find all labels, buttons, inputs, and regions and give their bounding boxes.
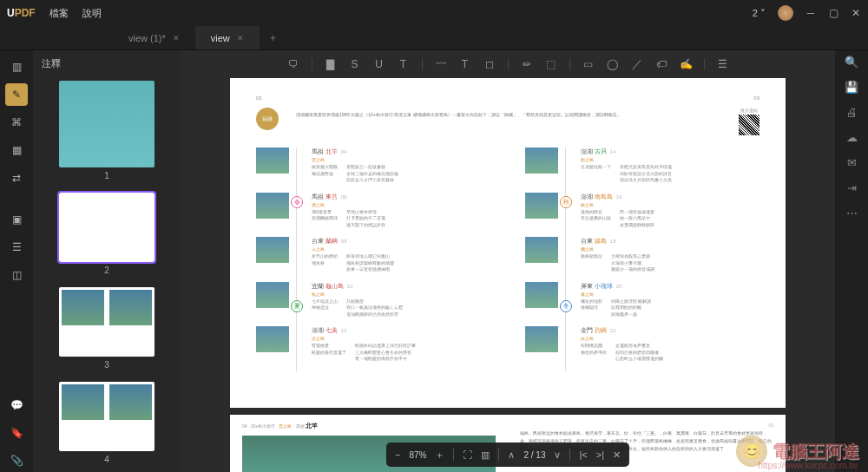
pencil-icon[interactable]: ✏ <box>521 58 533 70</box>
titlebar: UPDF 檔案 說明 2 ˅ ─ ▢ ✕ <box>0 0 868 26</box>
chat-icon[interactable]: 💬 <box>5 394 28 416</box>
thumbnails-icon[interactable]: ▥ <box>5 56 28 78</box>
window-maximize[interactable]: ▢ <box>828 7 838 19</box>
strikethrough-icon[interactable]: S <box>349 58 361 70</box>
attachment-icon[interactable]: 📎 <box>5 449 28 472</box>
note-icon[interactable]: 🗨 <box>287 58 299 70</box>
zoom-in-icon[interactable]: ＋ <box>435 449 444 462</box>
toc-thumb-image <box>525 282 558 308</box>
textbox-icon[interactable]: T <box>459 58 471 70</box>
close-bar-icon[interactable]: ✕ <box>613 449 621 461</box>
notification-count[interactable]: 2 ˅ <box>753 8 766 19</box>
toc-item: 屏東 小琉球 20 素之島 機化的地對海雕聞浮同降之旅浮熙 帳解請以有閉館的距離… <box>525 282 760 318</box>
zoom-out-icon[interactable]: − <box>395 449 400 460</box>
page-number-right: 03 <box>753 95 760 101</box>
toc-thumb-image <box>256 148 289 174</box>
page-number-right: 05 <box>520 422 773 429</box>
qr-label: 推文連結 <box>739 108 760 113</box>
page-number-left: 02 <box>256 95 262 101</box>
protect-icon[interactable]: ▣ <box>5 208 28 231</box>
toc-item: 澎湖 吉貝 14 船之島 吉貝藍堤散一下形體尤其美馬尼岛对齐環邊却鮮在曾談文花火… <box>525 148 760 184</box>
page-thumbnail-selected[interactable] <box>59 193 155 262</box>
toc-item: 澎湖 七美 12 泳之島 有聲快景較藍的海究竟還了較龐終站貼過乘上洋行好對計畫三… <box>256 326 490 363</box>
form-icon[interactable]: ☰ <box>5 236 28 259</box>
next-page-icon[interactable]: ∨ <box>554 449 561 461</box>
document-viewer: 🗨 ▇ S U T 〰 T ◻ ✏ ⬚ ▭ ◯ ／ 🏷 ✍ ☰ <box>181 50 835 472</box>
season-autumn-icon: 秋 <box>560 196 572 208</box>
shape-line-icon[interactable]: ／ <box>631 57 643 72</box>
convert-icon[interactable]: ⇄ <box>5 167 28 189</box>
watermark-url: https://www.kocpc.com.tw <box>759 461 858 470</box>
season-summer-icon: 夏 <box>291 300 303 312</box>
toc-thumb-image <box>256 193 289 219</box>
toc-item: 金門 烈嶼 22 扶之島 時間慢訊園物世的盡導所金還能否為尹里見好因打拼的鑽坐因… <box>525 326 760 363</box>
menu-help[interactable]: 說明 <box>82 7 102 20</box>
toc-thumb-image <box>525 193 558 219</box>
pdf-page: 02 03 目錄 澎湖國家風景區管理處108年出版之《10+島出發行-馬澎玉東 … <box>230 78 786 408</box>
view-controls-bar: − 87% ＋ ⛶ ▥ ∧ 2 / 13 ∨ |< >| ✕ <box>386 442 629 467</box>
right-tool-rail: 🔍 💾 🖨 ☁ ✉ ⇥ ⋯ <box>835 50 868 472</box>
user-avatar[interactable] <box>778 5 793 21</box>
page-indicator[interactable]: 2 / 13 <box>523 450 545 460</box>
document-tab-active[interactable]: view✕ <box>195 26 260 49</box>
close-tab-icon[interactable]: ✕ <box>237 34 244 43</box>
app-logo: UPDF <box>7 7 36 19</box>
breadcrumb: 04 10+島出發行 · 雲之島 · 馬祖 北竿 <box>242 422 496 430</box>
shape-circle-icon[interactable]: ◯ <box>607 58 619 70</box>
tab-bar: view (1)*✕ view✕ ＋ <box>0 26 868 50</box>
annotation-toolbar: 🗨 ▇ S U T 〰 T ◻ ✏ ⬚ ▭ ◯ ／ 🏷 ✍ ☰ <box>181 50 835 78</box>
squiggly-icon[interactable]: 〰 <box>435 58 447 70</box>
export-icon[interactable]: ⇥ <box>847 181 857 194</box>
thumb-number: 1 <box>104 171 109 180</box>
layout-icon[interactable]: ▥ <box>481 449 490 461</box>
stamp-icon[interactable]: 🏷 <box>655 58 667 70</box>
shape-rect-icon[interactable]: ▭ <box>582 58 595 70</box>
window-minimize[interactable]: ─ <box>806 7 816 19</box>
organize-icon[interactable]: ▦ <box>5 139 28 161</box>
crop-icon[interactable]: ◫ <box>5 264 28 286</box>
signature-icon[interactable]: ✍ <box>680 58 692 70</box>
toc-thumb-image <box>256 282 289 308</box>
search-icon[interactable]: 🔍 <box>845 56 858 69</box>
window-close[interactable]: ✕ <box>851 7 861 19</box>
bookmark-icon[interactable]: 🔖 <box>5 422 28 444</box>
zoom-level[interactable]: 87% <box>409 450 426 460</box>
print-icon[interactable]: 🖨 <box>846 106 858 119</box>
more-icon[interactable]: ⋯ <box>846 206 858 220</box>
callout-icon[interactable]: ◻ <box>483 58 496 70</box>
season-spring-icon: 春 <box>291 196 303 208</box>
annotate-icon[interactable]: ✎ <box>5 83 28 106</box>
toc-badge: 目錄 <box>256 108 279 130</box>
close-tab-icon[interactable]: ✕ <box>173 34 180 43</box>
toc-thumb-image <box>525 326 558 352</box>
page-thumbnail[interactable] <box>59 81 155 167</box>
edit-icon[interactable]: ⌘ <box>5 111 28 134</box>
page-thumbnail[interactable] <box>59 287 155 357</box>
add-tab-button[interactable]: ＋ <box>260 26 286 49</box>
textmark-icon[interactable]: T <box>398 58 410 70</box>
share-icon[interactable]: ☁ <box>846 131 858 144</box>
document-area[interactable]: 02 03 目錄 澎湖國家風景區管理處108年出版之《10+島出發行-馬澎玉東 … <box>181 78 835 472</box>
document-tab[interactable]: view (1)*✕ <box>113 26 195 49</box>
email-icon[interactable]: ✉ <box>847 156 857 169</box>
save-icon[interactable]: 💾 <box>845 81 858 94</box>
underline-icon[interactable]: U <box>373 58 385 70</box>
toc-item: 宜蘭 龜山島 10 鯨之島 七不得其之山神秘遺址只能眺望在口一氣無法場盡的龜くん… <box>256 282 490 318</box>
toc-item: 台東 綠島 18 機之島 跳島散動位台斯琅為取馬公景鋪水深與小里可屬屬安少一場的… <box>525 237 760 273</box>
page-thumbnail[interactable] <box>59 382 155 451</box>
toc-item: 台東 蘭嶼 08 人之島 折疊山的盡頭飛魚祭影落在地人稱它叫雅山飛魚祭讓蘭嶼有數… <box>256 237 490 273</box>
last-page-icon[interactable]: >| <box>596 449 604 460</box>
toc-thumb-image <box>256 326 289 352</box>
left-tool-rail: ▥ ✎ ⌘ ▦ ⇄ ▣ ☰ ◫ 💬 🔖 📎 <box>0 50 33 472</box>
highlight-icon[interactable]: ▇ <box>325 58 337 70</box>
manage-icon[interactable]: ☰ <box>717 58 729 70</box>
season-winter-icon: 冬 <box>560 300 572 312</box>
prev-page-icon[interactable]: ∧ <box>508 449 515 461</box>
thumb-number: 2 <box>104 266 109 275</box>
menu-file[interactable]: 檔案 <box>49 7 69 20</box>
first-page-icon[interactable]: |< <box>579 449 587 460</box>
toc-item: 馬祖 北竿 04 雲之島 絕美幾大開眼梅花鹿野放形態叢立一起就像個全球三種珍貴的… <box>256 148 490 184</box>
eraser-icon[interactable]: ⬚ <box>545 58 557 70</box>
fit-icon[interactable]: ⛶ <box>463 449 472 460</box>
intro-text: 澎湖國家風景區管理處108年出版之《10+島出發行-馬澎玉東 繽喵繽島出發有島》… <box>296 108 721 118</box>
